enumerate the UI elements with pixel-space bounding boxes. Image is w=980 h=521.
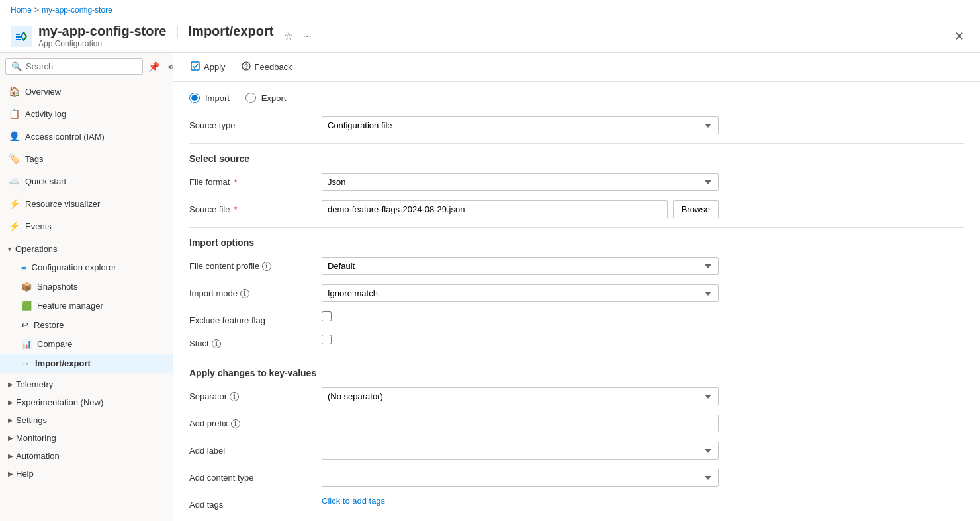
separator-line-1 (189, 143, 964, 144)
add-content-type-select[interactable] (322, 469, 719, 487)
events-icon: ⚡ (8, 220, 20, 232)
breadcrumb: Home > my-app-config-store (0, 0, 980, 20)
sidebar-item-tags[interactable]: 🏷️ Tags (0, 147, 173, 170)
sidebar-item-import-export[interactable]: ↔ Import/export (0, 354, 173, 373)
breadcrumb-sep1: > (34, 5, 39, 15)
monitoring-chevron: ▶ (8, 434, 13, 442)
add-tags-link[interactable]: Click to add tags (322, 496, 385, 506)
operations-header[interactable]: ▾ Operations (0, 240, 173, 258)
search-box: 🔍 (5, 58, 143, 75)
export-radio-label[interactable]: Export (245, 93, 287, 103)
sidebar-item-iam[interactable]: 👤 Access control (IAM) (0, 125, 173, 147)
export-radio-text: Export (261, 93, 287, 103)
exclude-feature-flag-checkbox[interactable] (322, 311, 332, 321)
source-type-row: Source type Configuration file (189, 116, 964, 134)
file-content-profile-info-icon[interactable]: ℹ (262, 262, 271, 271)
compare-icon: 📊 (21, 339, 32, 349)
close-button[interactable]: ✕ (949, 26, 969, 46)
file-content-profile-select[interactable]: Default KVSet (322, 257, 719, 275)
experimentation-label: Experimentation (New) (16, 397, 103, 407)
browse-button[interactable]: Browse (673, 200, 719, 218)
more-button[interactable]: ··· (300, 28, 314, 44)
help-section-header[interactable]: ▶ Help (0, 465, 173, 483)
help-chevron: ▶ (8, 470, 13, 477)
separator-line-2 (189, 227, 964, 228)
separator-select[interactable]: (No separator) . / : (322, 387, 719, 405)
add-tags-label: Add tags (189, 496, 322, 510)
restore-icon: ↩ (21, 320, 28, 330)
export-radio[interactable] (245, 93, 256, 103)
sidebar-item-restore[interactable]: ↩ Restore (0, 315, 173, 335)
import-radio-label[interactable]: Import (189, 93, 230, 103)
breadcrumb-home[interactable]: Home (11, 5, 32, 15)
apply-label: Apply (204, 62, 226, 72)
add-label-control (322, 442, 719, 460)
telemetry-section-header[interactable]: ▶ Telemetry (0, 376, 173, 393)
activity-log-icon: 📋 (8, 108, 20, 120)
feedback-icon (242, 61, 251, 73)
sidebar-item-events[interactable]: ⚡ Events (0, 215, 173, 237)
file-format-required: * (234, 177, 237, 187)
sidebar-item-config-explorer[interactable]: ≡ Configuration explorer (0, 258, 173, 277)
favorite-button[interactable]: ☆ (281, 28, 296, 44)
monitoring-label: Monitoring (16, 433, 56, 443)
sidebar-item-quick-start-label: Quick start (25, 177, 66, 186)
import-export-icon: ↔ (21, 358, 30, 368)
sidebar-item-iam-label: Access control (IAM) (25, 132, 105, 141)
sidebar-item-tags-label: Tags (25, 154, 43, 164)
quick-start-icon: ☁️ (8, 175, 20, 187)
source-file-row: Source file * Browse (189, 200, 964, 218)
automation-section-header[interactable]: ▶ Automation (0, 447, 173, 465)
sidebar-item-snapshots[interactable]: 📦 Snapshots (0, 277, 173, 296)
strict-checkbox[interactable] (322, 335, 332, 344)
file-format-label: File format * (189, 173, 322, 187)
settings-label: Settings (16, 415, 47, 425)
feedback-button[interactable]: Feedback (235, 58, 299, 76)
file-content-profile-control: Default KVSet (322, 257, 719, 275)
sidebar-item-resource-visualizer[interactable]: ⚡ Resource visualizer (0, 192, 173, 215)
resource-visualizer-icon: ⚡ (8, 198, 20, 210)
settings-section-header[interactable]: ▶ Settings (0, 411, 173, 429)
add-prefix-input[interactable] (322, 415, 719, 432)
sidebar-item-quick-start[interactable]: ☁️ Quick start (0, 170, 173, 192)
sidebar-item-compare-label: Compare (37, 339, 72, 349)
import-mode-info-icon[interactable]: ℹ (240, 289, 249, 298)
sidebar-pin-button[interactable]: 📌 (146, 60, 162, 73)
operations-label: Operations (15, 244, 58, 254)
source-type-select[interactable]: Configuration file (322, 116, 719, 134)
strict-info-icon[interactable]: ℹ (212, 339, 221, 348)
experimentation-section-header[interactable]: ▶ Experimentation (New) (0, 393, 173, 411)
feature-manager-icon: 🟩 (21, 301, 32, 311)
add-label-select[interactable] (322, 442, 719, 460)
automation-chevron: ▶ (8, 452, 13, 460)
strict-control (322, 335, 719, 344)
telemetry-label: Telemetry (16, 380, 53, 389)
file-format-select[interactable]: Json Yaml Properties (322, 173, 719, 191)
source-file-input[interactable] (322, 200, 668, 218)
search-input[interactable] (26, 61, 137, 71)
sidebar-collapse-button[interactable]: ≪ (165, 60, 173, 73)
page-name: Import/export (189, 24, 274, 39)
import-mode-select[interactable]: Ignore match All (322, 284, 719, 302)
svg-point-3 (245, 68, 246, 69)
overview-icon: 🏠 (8, 85, 20, 97)
file-format-row: File format * Json Yaml Properties (189, 173, 964, 191)
header-divider: | (175, 24, 179, 39)
import-radio[interactable] (189, 93, 200, 103)
sidebar-item-compare[interactable]: 📊 Compare (0, 335, 173, 354)
import-options-title: Import options (189, 237, 964, 248)
sidebar-item-activity-log[interactable]: 📋 Activity log (0, 102, 173, 125)
breadcrumb-app[interactable]: my-app-config-store (42, 5, 112, 15)
sidebar-item-feature-manager[interactable]: 🟩 Feature manager (0, 296, 173, 315)
feedback-label: Feedback (255, 62, 292, 72)
separator-info-icon[interactable]: ℹ (230, 392, 239, 401)
source-type-control: Configuration file (322, 116, 719, 134)
monitoring-section-header[interactable]: ▶ Monitoring (0, 429, 173, 447)
operations-sub-items: ≡ Configuration explorer 📦 Snapshots 🟩 F… (0, 258, 173, 373)
apply-button[interactable]: Apply (184, 58, 232, 76)
file-content-profile-row: File content profile ℹ Default KVSet (189, 257, 964, 275)
sidebar-item-overview[interactable]: 🏠 Overview (0, 80, 173, 102)
import-radio-text: Import (205, 93, 230, 103)
add-prefix-row: Add prefix ℹ (189, 415, 964, 432)
add-prefix-info-icon[interactable]: ℹ (231, 419, 240, 428)
